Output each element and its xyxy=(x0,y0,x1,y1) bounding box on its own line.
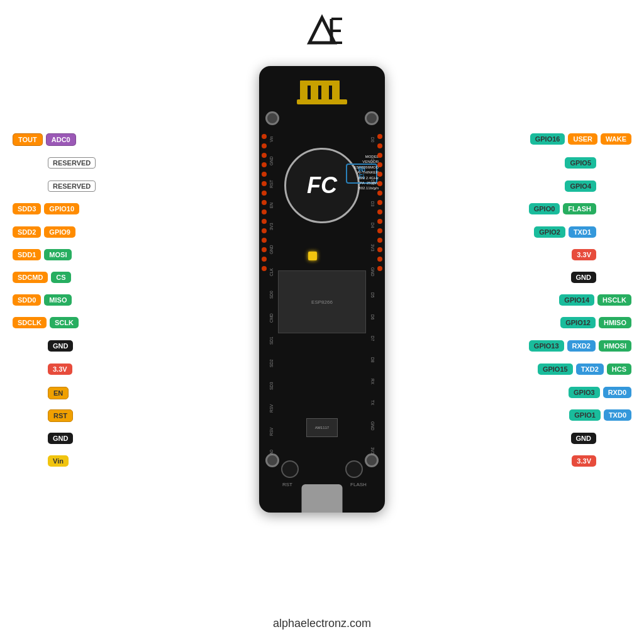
pin-gpio1: TXD0 GPIO1 xyxy=(569,409,631,421)
board-model-text: MODEL VENDOR ESP8266MOD AI-THINKER ISM 2… xyxy=(353,154,379,191)
pin-gpio4: GPIO4 xyxy=(565,180,596,192)
usb-connector[interactable] xyxy=(302,484,343,513)
svg-rect-9 xyxy=(332,84,340,101)
pin-sdclk: SDCLK SCLK xyxy=(13,317,79,328)
svg-rect-8 xyxy=(321,84,329,101)
pin-gpio16: WAKE USER GPIO16 xyxy=(530,133,631,145)
pin-reserved2: RESERVED xyxy=(48,180,96,192)
pin-en: EN xyxy=(48,387,69,399)
flash-button[interactable] xyxy=(345,460,363,478)
right-board-labels: D0D1D2D3D43V3GNDD5D6D7D8RXTXGND3V3 xyxy=(370,129,375,462)
pin-rst: RST xyxy=(48,409,73,422)
flash-label: FLASH xyxy=(346,482,371,487)
board: FC WiFi MODEL VENDOR ESP8266MOD AI-THINK… xyxy=(259,66,385,513)
esp-chip-area: ESP8266 xyxy=(278,270,366,333)
rst-label: RST xyxy=(278,482,297,487)
pin-gpio12: HMISO GPIO12 xyxy=(560,317,631,328)
pin-reserved1: RESERVED xyxy=(48,157,96,169)
pin-sdd1: SDD1 MOSI xyxy=(13,249,72,260)
pin-gnd-r2: GND xyxy=(571,433,596,444)
footer-website: alphaelectronz.com xyxy=(273,617,371,630)
svg-rect-7 xyxy=(311,84,318,101)
fcc-logo: FC xyxy=(284,148,360,223)
pin-3v3-r1: 3.3V xyxy=(572,249,596,260)
pin-gpio0: FLASH GPIO0 xyxy=(529,203,596,214)
pin-sdd0: SDD0 MISO xyxy=(13,294,72,306)
pin-sdd3: SDD3 GPIO10 xyxy=(13,203,79,214)
hole-tr xyxy=(365,111,379,125)
right-pin-dots xyxy=(377,134,382,271)
led xyxy=(308,252,317,260)
hole-tl xyxy=(265,111,279,125)
pin-3v3-r2: 3.3V xyxy=(572,455,596,467)
svg-rect-6 xyxy=(300,84,308,101)
pin-gpio3: RXD0 GPIO3 xyxy=(569,387,631,398)
left-board-labels: A0RSVRSVSD3SD2SD1CMDSD0CLKGND3V3ENRSTGND… xyxy=(269,129,274,462)
pin-vin: Vin xyxy=(48,455,69,467)
pin-gnd2: GND xyxy=(48,433,73,444)
pin-gnd-r1: GND xyxy=(571,272,596,283)
rst-button[interactable] xyxy=(281,460,299,478)
pin-sdd2: SDD2 GPIO9 xyxy=(13,226,75,238)
pin-gnd1: GND xyxy=(48,340,73,352)
am1117-chip: AM1117 xyxy=(306,418,338,437)
left-pin-dots xyxy=(262,134,267,271)
logo-container xyxy=(297,11,347,46)
antenna xyxy=(297,77,347,106)
pin-3v3-l: 3.3V xyxy=(48,364,72,375)
svg-rect-10 xyxy=(300,80,340,86)
pin-gpio2: TXD1 GPIO2 xyxy=(534,226,596,238)
pin-gpio14: HSCLK GPIO14 xyxy=(559,294,631,306)
pin-sdcmd: SDCMD CS xyxy=(13,272,71,283)
pin-tout: TOUT ADC0 xyxy=(13,133,76,146)
pin-gpio5: GPIO5 xyxy=(565,157,596,169)
pin-gpio15: HCS TXD2 GPIO15 xyxy=(538,364,631,375)
pin-gpio13: HMOSI RXD2 GPIO13 xyxy=(529,340,631,352)
